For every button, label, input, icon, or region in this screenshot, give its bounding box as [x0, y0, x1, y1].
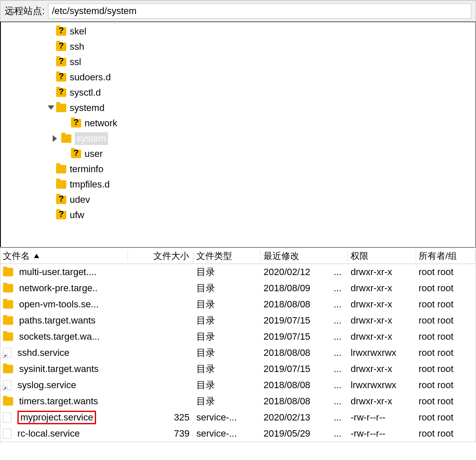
chevron-down-icon[interactable]: [48, 105, 54, 112]
cell-date: 2019/07/15: [261, 331, 331, 342]
file-row[interactable]: myproject.service325service-...2020/02/1…: [0, 409, 476, 426]
cell-type: 目录: [194, 379, 261, 392]
folder-icon: [3, 397, 13, 406]
tree-item-skel[interactable]: skel: [1, 24, 476, 39]
tree-item-udev[interactable]: udev: [1, 192, 476, 207]
cell-perm: drwxr-xr-x: [348, 331, 416, 342]
file-name: syslog.service: [17, 380, 76, 391]
cell-perm: lrwxrwxrwx: [348, 380, 416, 391]
cell-owner: root root: [416, 380, 476, 391]
cell-type: service-...: [194, 412, 261, 423]
cell-dots: ...: [331, 299, 348, 310]
file-icon: [3, 412, 11, 423]
folder-unknown-icon: [56, 43, 66, 51]
file-row[interactable]: open-vm-tools.se...目录2018/08/08...drwxr-…: [0, 296, 476, 312]
cell-owner: root root: [416, 428, 476, 439]
cell-owner: root root: [416, 299, 476, 310]
file-list: 文件名 文件大小 文件类型 最近修改 权限 所有者/组 multi-user.t…: [0, 247, 476, 442]
file-name: sshd.service: [17, 347, 69, 358]
file-row[interactable]: multi-user.target....目录2020/02/12...drwx…: [0, 264, 476, 280]
tree-item-ssl[interactable]: ssl: [1, 54, 476, 70]
folder-icon: [56, 104, 66, 112]
tree-item-sysctl.d[interactable]: sysctl.d: [1, 85, 476, 100]
cell-type: 目录: [194, 363, 261, 375]
directory-tree[interactable]: skelsshsslsudoers.dsysctl.dsystemdnetwor…: [0, 22, 476, 247]
folder-unknown-icon: [56, 211, 66, 219]
tree-item-terminfo[interactable]: terminfo: [1, 162, 476, 177]
folder-unknown-icon: [56, 196, 66, 204]
file-name: open-vm-tools.se...: [19, 299, 99, 310]
file-name: sockets.target.wa...: [19, 331, 100, 342]
tree-item-tmpfiles.d[interactable]: tmpfiles.d: [1, 177, 476, 192]
cell-size: 739: [128, 428, 194, 439]
file-name: multi-user.target....: [19, 267, 96, 278]
col-type[interactable]: 文件类型: [194, 250, 261, 262]
folder-icon: [3, 332, 13, 341]
cell-dots: ...: [331, 331, 348, 342]
folder-icon: [56, 180, 66, 189]
tree-item-label: terminfo: [70, 164, 103, 175]
cell-owner: root root: [416, 267, 476, 278]
file-row[interactable]: timers.target.wants目录2018/08/08...drwxr-…: [0, 393, 476, 409]
symlink-file-icon: [3, 348, 11, 358]
cell-date: 2018/08/08: [261, 347, 331, 358]
file-row[interactable]: paths.target.wants目录2019/07/15...drwxr-x…: [0, 312, 476, 329]
tree-item-sudoers.d[interactable]: sudoers.d: [1, 70, 476, 85]
cell-date: 2018/08/09: [261, 283, 331, 294]
folder-icon: [3, 268, 13, 276]
cell-type: 目录: [194, 314, 261, 327]
file-name: paths.target.wants: [19, 315, 96, 326]
tree-item-label: udev: [70, 194, 90, 205]
col-permissions[interactable]: 权限: [348, 250, 416, 262]
cell-type: 目录: [194, 330, 261, 343]
file-icon: [3, 429, 11, 439]
file-row[interactable]: sysinit.target.wants目录2019/07/15...drwxr…: [0, 361, 476, 377]
tree-item-ssh[interactable]: ssh: [1, 39, 476, 54]
cell-type: 目录: [194, 395, 261, 408]
tree-item-label: sysctl.d: [70, 87, 101, 98]
tree-item-label: system: [75, 132, 108, 145]
col-owner[interactable]: 所有者/组: [416, 250, 476, 262]
chevron-right-icon[interactable]: [53, 135, 60, 142]
remote-path-bar: 远程站点:: [0, 0, 476, 22]
file-row[interactable]: sockets.target.wa...目录2019/07/15...drwxr…: [0, 329, 476, 345]
tree-item-ufw[interactable]: ufw: [1, 207, 476, 223]
cell-perm: drwxr-xr-x: [348, 315, 416, 326]
file-row[interactable]: rc-local.service739service-...2019/05/29…: [0, 426, 476, 442]
tree-item-label: skel: [70, 26, 86, 37]
tree-item-label: sudoers.d: [70, 72, 111, 83]
cell-dots: ...: [331, 363, 348, 375]
cell-dots: ...: [331, 283, 348, 294]
cell-owner: root root: [416, 331, 476, 342]
file-name: timers.target.wants: [19, 396, 98, 407]
col-modified[interactable]: 最近修改: [261, 250, 348, 262]
file-list-header: 文件名 文件大小 文件类型 最近修改 权限 所有者/组: [0, 248, 476, 264]
cell-dots: ...: [331, 267, 348, 278]
cell-perm: -rw-r--r--: [348, 412, 416, 423]
cell-date: 2020/02/13: [261, 412, 331, 423]
cell-perm: drwxr-xr-x: [348, 267, 416, 278]
remote-path-input[interactable]: [48, 3, 471, 19]
cell-owner: root root: [416, 347, 476, 358]
col-name[interactable]: 文件名: [0, 250, 128, 262]
file-name: rc-local.service: [17, 428, 80, 439]
cell-date: 2018/08/08: [261, 299, 331, 310]
col-size[interactable]: 文件大小: [128, 250, 194, 262]
tree-item-user[interactable]: user: [1, 146, 476, 162]
folder-icon: [3, 284, 13, 292]
tree-item-label: ssh: [70, 41, 84, 52]
cell-date: 2019/05/29: [261, 428, 331, 439]
cell-owner: root root: [416, 412, 476, 423]
tree-item-system[interactable]: system: [1, 131, 476, 146]
tree-item-label: tmpfiles.d: [70, 179, 110, 190]
cell-dots: ...: [331, 396, 348, 407]
file-row[interactable]: syslog.service目录2018/08/08...lrwxrwxrwxr…: [0, 377, 476, 393]
tree-item-systemd[interactable]: systemd: [1, 100, 476, 116]
folder-unknown-icon: [71, 150, 81, 158]
file-row[interactable]: network-pre.targe..目录2018/08/09...drwxr-…: [0, 280, 476, 296]
file-row[interactable]: sshd.service目录2018/08/08...lrwxrwxrwxroo…: [0, 345, 476, 361]
tree-item-network[interactable]: network: [1, 116, 476, 131]
cell-owner: root root: [416, 363, 476, 375]
cell-perm: drwxr-xr-x: [348, 299, 416, 310]
folder-icon: [3, 300, 13, 309]
